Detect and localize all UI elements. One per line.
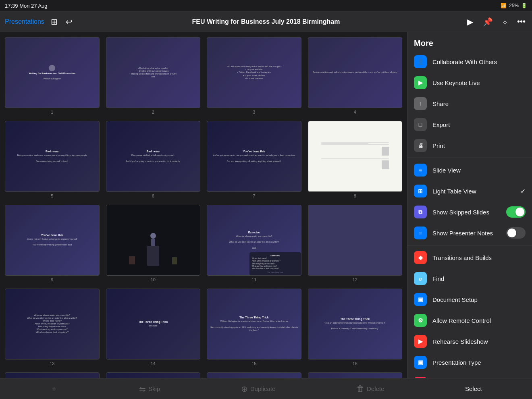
menu-item-print[interactable]: 🖨Print xyxy=(407,135,532,156)
slides-grid[interactable]: Writing for Business and Self-Promotion … xyxy=(0,32,407,378)
slide-thumbnail[interactable]: The Dreaded PhotoYou have to have one. S… xyxy=(207,372,301,378)
slide-item[interactable]: The Three Thing RuleBecauseThis...18 xyxy=(106,372,201,378)
slide-item[interactable]: 8 xyxy=(308,121,403,198)
slide-number: 2 xyxy=(152,110,154,114)
slide-thumbnail[interactable] xyxy=(308,205,403,276)
grid-icon: ⊞ xyxy=(51,17,58,27)
undo-button[interactable]: ↩ xyxy=(64,15,74,28)
collaborate-button[interactable]: 📌 xyxy=(481,15,495,28)
slide-thumbnail[interactable]: The Three Thing Trick• Write in the thir… xyxy=(5,372,100,378)
menu-item-collaborate[interactable]: 👤Collaborate With Others xyxy=(407,51,532,72)
right-panel: More 👤Collaborate With Others▶Use Keynot… xyxy=(407,32,532,378)
menu-item-pres-type[interactable]: ▣Presentation Type xyxy=(407,352,532,373)
slide-thumbnail[interactable]: Bad newsBeing a creative freelancer mean… xyxy=(5,121,100,192)
slide-item[interactable]: The Three Thing Trick"William Gallagher … xyxy=(207,289,301,366)
menu-item-light-table[interactable]: ⊞Light Table View✓ xyxy=(407,181,532,202)
slide-thumbnail[interactable] xyxy=(106,205,201,276)
slide-view-icon: ≡ xyxy=(414,164,427,177)
more-button[interactable]: ••• xyxy=(515,15,527,28)
menu-item-share[interactable]: ↑Share xyxy=(407,93,532,114)
slide-thumbnail[interactable]: The Three Thing TrickBecause xyxy=(106,289,201,360)
slide-thumbnail[interactable]: You will leave here today with a written… xyxy=(207,37,301,108)
slide-item[interactable]: Writing for Business and Self-Promotion … xyxy=(5,37,100,114)
collaborate-label: Collaborate With Others xyxy=(432,58,526,65)
slide-item[interactable]: You will leave here today with a written… xyxy=(207,37,301,114)
show-skipped-toggle[interactable] xyxy=(506,206,526,218)
menu-item-remote[interactable]: ⚙Allow Remote Control xyxy=(407,310,532,331)
select-button[interactable]: Select xyxy=(465,385,482,392)
light-table-check: ✓ xyxy=(520,187,526,195)
slide-thumbnail[interactable]: You've done thisYou've got someone to hi… xyxy=(207,121,301,192)
battery-text: 25% xyxy=(509,3,519,8)
slide-thumbnail[interactable]: The Three Thing RuleBecauseThis... xyxy=(106,372,201,378)
grid-view-button[interactable]: ⊞ xyxy=(49,15,59,28)
slide-thumbnail[interactable]: You've done thisYou're not only losing a… xyxy=(5,205,100,276)
skip-button[interactable]: ⇋ Skip xyxy=(139,384,160,394)
slide-thumbnail[interactable]: When or where would you use a bio?What d… xyxy=(5,289,100,360)
date: Mon 27 Aug xyxy=(19,3,47,9)
slide-thumbnail[interactable]: The Three Thing Trick"X is an actor/writ… xyxy=(308,289,403,360)
delete-button[interactable]: 🗑 Delete xyxy=(356,384,384,393)
slide-item[interactable]: The Dreaded PhotoYou have to have one. S… xyxy=(207,372,301,378)
menu-item-soundtrack[interactable]: ♪Soundtrack xyxy=(407,373,532,378)
menu-item-rehearse[interactable]: ▶Rehearse Slideshow xyxy=(407,331,532,352)
slide-thumbnail[interactable]: The Three Thing Trick"William Gallagher … xyxy=(207,289,301,360)
menu-item-find[interactable]: ⌕Find xyxy=(407,268,532,289)
slide-item[interactable]: The BioNot having one is damagingWriting… xyxy=(308,372,403,378)
slide-number: 14 xyxy=(151,361,156,366)
keynote-live-icon: ▶ xyxy=(414,76,427,89)
menu-item-keynote-live[interactable]: ▶Use Keynote Live xyxy=(407,72,532,93)
slide-thumbnail[interactable]: Bad newsPlus you're rubbish at talking a… xyxy=(106,121,201,192)
menu-item-show-notes[interactable]: ≡Show Presenter Notes xyxy=(407,222,532,243)
back-button[interactable]: Presentations xyxy=(5,18,44,25)
slide-item[interactable]: ExerciseWhen or where would you use a bi… xyxy=(207,205,301,282)
slide-item[interactable]: The Three Thing TrickBecause14 xyxy=(106,289,201,366)
add-slide-button[interactable]: ＋ xyxy=(50,383,58,394)
pres-type-icon: ▣ xyxy=(414,356,427,369)
slide-thumbnail[interactable] xyxy=(308,121,403,192)
slide-item[interactable]: The Three Thing Trick• Write in the thir… xyxy=(5,372,100,378)
menu-item-doc-setup[interactable]: ▣Document Setup xyxy=(407,289,532,310)
share-icon: ↑ xyxy=(414,97,427,110)
slide-thumbnail[interactable]: The BioNot having one is damagingWriting… xyxy=(308,372,403,378)
slide-thumbnail[interactable]: • Exploiting what we're good at• Dealing… xyxy=(106,37,201,108)
slide-thumbnail[interactable]: Writing for Business and Self-Promotion … xyxy=(5,37,100,108)
export-label: Export xyxy=(432,121,526,128)
bottom-toolbar: ＋ ⇋ Skip ⊕ Duplicate 🗑 Delete Select xyxy=(0,378,532,399)
menu-divider xyxy=(407,158,532,158)
menu-item-export[interactable]: □Export xyxy=(407,114,532,135)
slide-thumbnail[interactable]: Business writing and self-promotion need… xyxy=(308,37,403,108)
slide-item[interactable]: When or where would you use a bio?What d… xyxy=(5,289,100,366)
light-table-icon: ⊞ xyxy=(414,185,427,197)
slide-content: The Three Thing RuleBecauseThis... xyxy=(106,373,200,378)
slide-number: 3 xyxy=(253,110,255,114)
slide-item[interactable]: Business writing and self-promotion need… xyxy=(308,37,403,114)
share-button[interactable]: ⬦ xyxy=(501,15,509,28)
menu-item-slide-view[interactable]: ≡Slide View xyxy=(407,160,532,181)
show-skipped-toggle-knob xyxy=(515,208,524,216)
menu-item-show-skipped[interactable]: ⧉Show Skipped Slides xyxy=(407,202,532,222)
toolbar-right: ▶ 📌 ⬦ ••• xyxy=(466,15,527,28)
slide-item[interactable]: Bad newsPlus you're rubbish at talking a… xyxy=(106,121,201,198)
slide-item[interactable]: • Exploiting what we're good at• Dealing… xyxy=(106,37,201,114)
add-icon: ＋ xyxy=(50,383,58,394)
remote-icon: ⚙ xyxy=(414,314,427,327)
share-icon: ⬦ xyxy=(503,17,507,26)
transitions-label: Transitions and Builds xyxy=(432,254,526,261)
duplicate-button[interactable]: ⊕ Duplicate xyxy=(241,384,276,394)
time: 17:39 xyxy=(5,3,18,9)
wifi-icon: 📶 xyxy=(501,3,507,8)
slide-item[interactable]: The Three Thing Trick"X is an actor/writ… xyxy=(308,289,403,366)
slide-thumbnail[interactable]: ExerciseWhen or where would you use a bi… xyxy=(207,205,301,276)
show-notes-toggle[interactable] xyxy=(506,227,526,239)
slide-item[interactable]: You've done thisYou're not only losing a… xyxy=(5,205,100,282)
slide-item[interactable]: Bad newsBeing a creative freelancer mean… xyxy=(5,121,100,198)
slide-content: The Three Thing Trick"William Gallagher … xyxy=(207,289,301,359)
slide-item[interactable]: 10 xyxy=(106,205,201,282)
show-skipped-icon: ⧉ xyxy=(414,206,427,218)
slide-item[interactable]: You've done thisYou've got someone to hi… xyxy=(207,121,301,198)
slide-item[interactable]: 12 xyxy=(308,205,403,282)
time-date: 17:39 Mon 27 Aug xyxy=(5,3,48,9)
menu-item-transitions[interactable]: ◆Transitions and Builds xyxy=(407,247,532,268)
play-button[interactable]: ▶ xyxy=(466,15,475,28)
